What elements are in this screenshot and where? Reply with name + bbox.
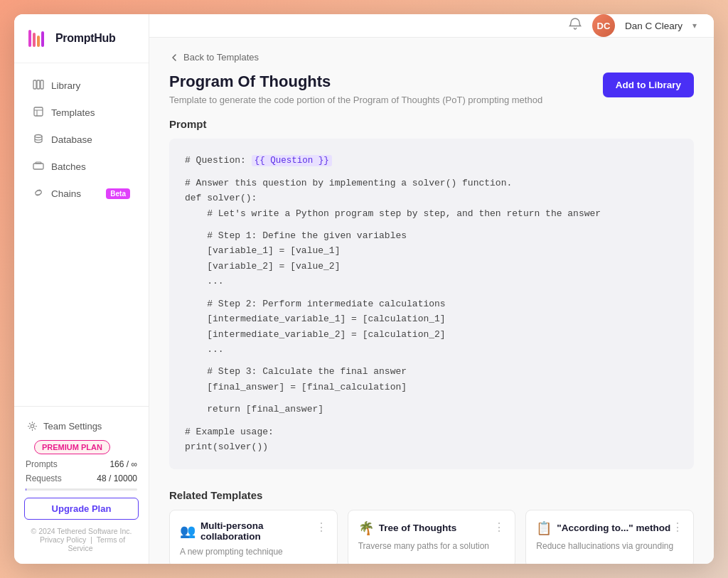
prompt-line-3: def solver(): xyxy=(185,191,678,205)
related-templates-section: Related Templates 👥 Multi-persona collab… xyxy=(169,489,694,564)
team-settings-item[interactable]: Team Settings xyxy=(14,415,149,437)
related-card-according-to[interactable]: 📋 "According to..." method ⋮ Reduce hall… xyxy=(525,510,694,564)
sidebar-logo: PromptHub xyxy=(14,14,149,63)
page-title-group: Program Of Thoughts Template to generate… xyxy=(169,73,542,105)
library-icon xyxy=(33,79,44,92)
prompt-line-7: [variable_2] = [value_2] xyxy=(185,259,678,274)
prompt-line-14: [final_answer] = [final_calculation] xyxy=(185,380,678,395)
prompt-line-1: # Question: {{ Question }} xyxy=(185,153,678,168)
sidebar-item-batches[interactable]: Batches xyxy=(20,154,143,180)
svg-rect-3 xyxy=(41,31,44,47)
tree-of-thoughts-title: Tree of Thoughts xyxy=(379,523,457,533)
prompt-line-10: [intermediate_variable_1] = [calculation… xyxy=(185,311,678,326)
sidebar-item-library[interactable]: Library xyxy=(20,73,143,99)
requests-usage-bar xyxy=(26,488,137,491)
sidebar-item-batches-label: Batches xyxy=(51,161,86,172)
tree-of-thoughts-menu-icon[interactable]: ⋮ xyxy=(493,520,505,534)
multi-persona-desc: A new prompting technique xyxy=(180,546,327,558)
prompts-usage-row: Prompts 166 / ∞ xyxy=(14,457,149,471)
top-header: DC Dan C Cleary ▾ xyxy=(149,14,714,38)
user-chevron-down-icon[interactable]: ▾ xyxy=(692,21,697,31)
notification-bell-icon[interactable] xyxy=(568,17,582,35)
prompt-line-8: ... xyxy=(185,274,678,289)
according-to-title: "According to..." method xyxy=(557,523,670,533)
related-cards-container: 👥 Multi-persona collaboration ⋮ A new pr… xyxy=(169,510,694,564)
sidebar-item-database-label: Database xyxy=(51,134,92,145)
chains-icon xyxy=(33,187,44,200)
question-variable: {{ Question }} xyxy=(252,155,332,166)
back-to-templates-link[interactable]: Back to Templates xyxy=(169,52,694,63)
footer-copyright: © 2024 Tethered Software Inc. xyxy=(31,527,132,535)
settings-icon xyxy=(27,421,38,432)
according-to-menu-icon[interactable]: ⋮ xyxy=(672,520,683,534)
templates-icon xyxy=(33,106,44,119)
page-title: Program Of Thoughts xyxy=(169,73,542,91)
prompts-count: 166 / ∞ xyxy=(109,459,137,469)
requests-usage-bar-fill xyxy=(26,488,26,491)
prompt-line-15: return [final_answer] xyxy=(185,402,678,417)
footer-links: © 2024 Tethered Software Inc. Privacy Po… xyxy=(14,523,149,557)
sidebar-item-chains-label: Chains xyxy=(51,188,81,199)
prompt-section-title: Prompt xyxy=(169,118,694,130)
related-card-multi-persona[interactable]: 👥 Multi-persona collaboration ⋮ A new pr… xyxy=(169,510,338,564)
related-card-tree-of-thoughts[interactable]: 🌴 Tree of Thoughts ⋮ Traverse many paths… xyxy=(348,510,516,564)
sidebar-item-templates-label: Templates xyxy=(51,107,95,118)
sidebar-bottom: Team Settings PREMIUM PLAN Prompts 166 /… xyxy=(14,406,149,564)
database-icon xyxy=(33,133,44,146)
sidebar-item-library-label: Library xyxy=(51,80,80,91)
upgrade-plan-button[interactable]: Upgrade Plan xyxy=(24,498,139,520)
bell-svg xyxy=(568,17,582,31)
privacy-policy-link[interactable]: Privacy Policy xyxy=(40,535,86,544)
premium-plan-badge: PREMIUM PLAN xyxy=(34,440,110,454)
prompt-line-4: # Let's write a Python program step by s… xyxy=(185,206,678,221)
prompt-code-box: # Question: {{ Question }} # Answer this… xyxy=(169,139,694,469)
page-subtitle: Template to generate the code portion of… xyxy=(169,95,542,105)
svg-rect-0 xyxy=(28,30,31,47)
content-body: Back to Templates Program Of Thoughts Te… xyxy=(149,38,714,564)
prompt-line-17: print(solver()) xyxy=(185,439,678,454)
sidebar: PromptHub Library Templates Database xyxy=(14,14,149,564)
sidebar-navigation: Library Templates Database Batches xyxy=(14,63,149,406)
according-to-emoji: 📋 xyxy=(536,520,552,536)
main-content: DC Dan C Cleary ▾ Back to Templates Prog… xyxy=(149,14,714,564)
svg-rect-1 xyxy=(33,33,36,47)
logo-icon xyxy=(27,27,50,50)
multi-persona-menu-icon[interactable]: ⋮ xyxy=(316,520,327,534)
multi-persona-emoji: 👥 xyxy=(180,523,196,539)
prompt-line-11: [intermediate_variable_2] = [calculation… xyxy=(185,327,678,342)
related-templates-title: Related Templates xyxy=(169,489,694,501)
batches-icon xyxy=(33,160,44,173)
sidebar-item-templates[interactable]: Templates xyxy=(20,100,143,126)
svg-point-10 xyxy=(35,135,42,138)
prompts-label: Prompts xyxy=(26,459,58,469)
svg-rect-7 xyxy=(34,107,43,116)
svg-rect-2 xyxy=(37,36,40,47)
prompt-line-12: ... xyxy=(185,342,678,357)
prompt-line-6: [variable_1] = [value_1] xyxy=(185,243,678,258)
prompt-line-5: # Step 1: Define the given variables xyxy=(185,228,678,243)
sidebar-item-database[interactable]: Database xyxy=(20,127,143,153)
prompt-line-9: # Step 2: Perform intermediate calculati… xyxy=(185,296,678,311)
prompt-section: Prompt # Question: {{ Question }} # Answ… xyxy=(169,118,694,469)
back-link-label: Back to Templates xyxy=(183,52,259,63)
prompt-line-2: # Answer this question by implementing a… xyxy=(185,176,678,191)
page-header: Program Of Thoughts Template to generate… xyxy=(169,73,694,105)
sidebar-item-chains[interactable]: Chains Beta xyxy=(20,181,143,207)
add-to-library-button[interactable]: Add to Library xyxy=(603,73,694,97)
requests-label: Requests xyxy=(26,473,62,483)
svg-point-13 xyxy=(31,424,33,427)
user-name-label[interactable]: Dan C Cleary xyxy=(625,21,682,31)
team-settings-label: Team Settings xyxy=(43,421,102,432)
chains-beta-badge: Beta xyxy=(106,188,130,199)
user-avatar: DC xyxy=(592,14,615,37)
according-to-desc: Reduce hallucinations via grounding xyxy=(536,540,683,552)
multi-persona-title: Multi-persona collaboration xyxy=(200,520,316,542)
svg-rect-11 xyxy=(33,164,43,169)
prompt-line-13: # Step 3: Calculate the final answer xyxy=(185,364,678,379)
requests-usage-row: Requests 48 / 10000 xyxy=(14,471,149,486)
svg-rect-5 xyxy=(37,80,40,89)
app-name: PromptHub xyxy=(55,32,115,45)
svg-rect-12 xyxy=(36,162,41,164)
back-arrow-icon xyxy=(169,53,179,63)
tree-of-thoughts-desc: Traverse many paths for a solution xyxy=(358,540,505,552)
